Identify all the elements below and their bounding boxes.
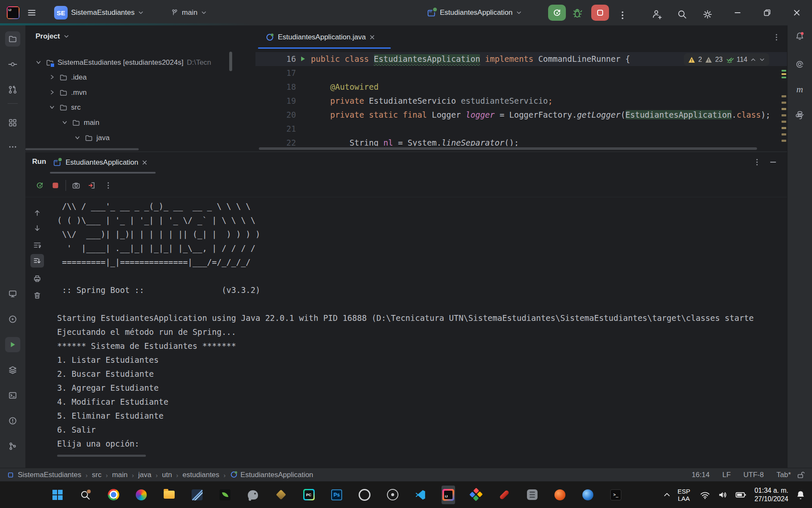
inspections-widget[interactable]: 2 23 114 [684,53,769,66]
chevron-collapsed-icon[interactable] [49,74,56,81]
chevron-expanded-icon[interactable] [62,119,69,126]
breadcrumb-item[interactable]: SistemaEstudiantes [18,471,81,479]
taskbar-chrome-icon[interactable] [107,486,120,504]
close-button[interactable] [785,0,809,25]
breadcrumb-item[interactable]: java [138,471,151,479]
error-stripe-mark[interactable] [782,95,786,97]
search-everywhere-button[interactable] [677,7,688,22]
error-stripe-mark[interactable] [782,140,786,142]
print-button[interactable] [30,272,44,285]
taskbar-orange-ball-icon[interactable] [553,486,567,504]
code-line[interactable]: 18 @Autowired [255,80,787,94]
tree-item[interactable]: SistemaEstudiantes [estudiantes2024s]D:\… [36,55,211,70]
project-tool-button[interactable] [5,31,20,47]
taskbar-dev-screen-icon[interactable] [190,486,204,504]
error-stripe-mark[interactable] [782,108,786,110]
minimize-button[interactable] [726,0,749,25]
taskbar-diamond-icon[interactable] [469,486,483,504]
scroll-down-button[interactable] [30,221,44,235]
status-bar-item[interactable]: LF [722,471,731,479]
breadcrumb-item[interactable]: estudiantes [183,471,219,479]
taskbar-photos-icon[interactable] [134,486,148,504]
stop-button[interactable] [591,5,609,21]
more-actions-button[interactable] [617,8,628,23]
editor-options-button[interactable] [772,33,781,41]
stop-button[interactable] [51,181,60,190]
run-tab[interactable]: EstudiantesApplication [53,155,147,170]
taskbar-obs-ring-icon[interactable] [358,486,371,504]
error-stripe-mark[interactable] [782,121,786,123]
error-stripe-mark[interactable] [782,70,786,72]
tray-chevron-icon[interactable] [662,490,672,500]
tree-horizontal-scrollbar[interactable] [25,148,139,150]
project-widget[interactable]: SE SistemaEstudiantes [54,5,144,20]
python-packages-button[interactable] [792,108,807,123]
settings-button[interactable] [702,7,713,22]
error-stripe-mark[interactable] [782,73,786,75]
debug-button[interactable] [572,6,583,21]
restore-button[interactable] [755,0,779,25]
status-bar-item[interactable]: Tab* [776,471,791,479]
project-panel-header[interactable]: Project [36,32,69,41]
tree-item[interactable]: .idea [49,70,87,85]
clear-console-button[interactable] [30,289,44,302]
taskbar-vscode-icon[interactable] [414,486,427,504]
close-icon[interactable] [142,160,147,165]
code-line[interactable]: 17 [255,66,787,80]
taskbar-gray-tool-icon[interactable] [525,486,539,504]
soft-wrap-button[interactable] [30,238,44,252]
error-stripe-mark[interactable] [782,77,786,78]
terminal-tool-button[interactable] [5,388,20,403]
run-line-gutter-icon[interactable] [299,55,306,62]
editor-tab[interactable]: EstudiantesApplication.java [261,25,379,49]
breadcrumb-item[interactable]: EstudiantesApplication [230,471,313,479]
taskbar-start-icon[interactable] [51,486,64,504]
more-tool-windows-button[interactable] [5,139,20,155]
tree-item[interactable]: .mvn [49,85,87,100]
taskbar-search-icon[interactable] [79,486,92,504]
run-button[interactable] [548,5,566,21]
services-tool-button[interactable] [5,312,20,327]
error-stripe-mark[interactable] [782,133,786,135]
version-control-tool-button[interactable] [5,439,20,454]
rerun-button[interactable] [36,181,44,190]
error-stripe-mark[interactable] [782,102,786,104]
taskbar-dbeaver-icon[interactable] [274,486,288,504]
taskbar-photoshop-icon[interactable]: Ps [330,486,343,504]
code-with-me-button[interactable] [651,7,662,22]
tree-item[interactable]: java [74,130,110,145]
taskbar-red-tool-icon[interactable] [497,486,511,504]
close-icon[interactable] [370,35,375,40]
taskbar-pycharm-icon[interactable]: PC [302,486,315,504]
console-horizontal-scrollbar[interactable] [57,455,146,457]
console-output[interactable]: /\\ / ___'_ __ _ _(_)_ __ __ _ \ \ \ \ (… [57,199,754,451]
scroll-to-end-button[interactable] [30,254,44,268]
chevron-expanded-icon[interactable] [36,59,42,66]
taskbar-clock[interactable]: 01:34 a. m. 27/10/2024 [754,486,788,503]
status-bar-item[interactable]: UTF-8 [743,471,764,479]
next-problem-button[interactable] [759,57,765,63]
breadcrumb[interactable]: SistemaEstudiantes›src›main›java›utn›est… [8,468,313,482]
status-bar-right[interactable]: 16:14LFUTF-8Tab* [691,468,791,482]
editor-horizontal-scrollbar[interactable] [259,147,757,150]
main-menu-button[interactable] [27,5,36,20]
battery-icon[interactable] [735,489,747,500]
chevron-expanded-icon[interactable] [49,104,56,111]
taskbar-postgresql-icon[interactable] [246,486,260,504]
notifications-button[interactable] [792,29,807,44]
structure-tool-button[interactable] [5,115,20,130]
breadcrumb-item[interactable]: main [112,471,128,479]
prev-problem-button[interactable] [750,57,756,63]
error-stripe-mark[interactable] [782,127,786,129]
notification-bell-icon[interactable] [795,489,806,500]
scroll-up-button[interactable] [30,206,44,220]
unlocked-icon[interactable] [797,471,805,479]
taskbar-intellij-icon[interactable]: IJ [442,486,455,504]
run-panel-options-button[interactable] [753,158,761,166]
error-stripe-mark[interactable] [782,114,786,116]
branch-widget[interactable]: main [171,5,207,20]
breadcrumb-item[interactable]: utn [162,471,172,479]
taskbar-terminal-icon[interactable]: >_ [609,486,623,504]
taskbar-file-explorer-icon[interactable] [162,486,176,504]
chevron-collapsed-icon[interactable] [49,89,56,96]
